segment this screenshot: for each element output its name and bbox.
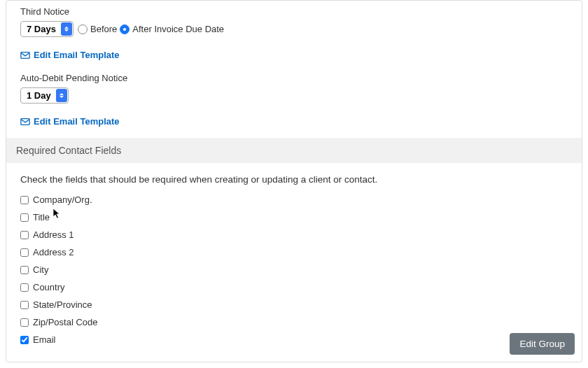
svg-rect-0: [21, 52, 29, 58]
contact-field-zip-label: Zip/Postal Code: [33, 317, 98, 327]
contact-field-city-checkbox[interactable]: [20, 266, 29, 274]
edit-autodebit-template-link[interactable]: Edit Email Template: [20, 111, 568, 134]
contact-field-address2-checkbox[interactable]: [20, 248, 29, 257]
edit-third-template-link[interactable]: Edit Email Template: [20, 44, 568, 67]
settings-panel: Third Notice 7 Days Before After Invoice…: [6, 0, 582, 362]
contact-field-company-checkbox[interactable]: [20, 196, 29, 204]
autodebit-notice-label: Auto-Debit Pending Notice: [20, 67, 568, 87]
third-notice-section: Third Notice 7 Days Before After Invoice…: [6, 1, 582, 67]
contact-field-address1-label: Address 1: [33, 229, 74, 240]
envelope-icon: [20, 51, 30, 59]
contact-field-city[interactable]: City: [20, 264, 568, 275]
third-notice-timing-group: Before After Invoice Due Date: [78, 24, 224, 34]
autodebit-days-select-wrapper: 1 Day: [20, 87, 69, 104]
third-notice-label: Third Notice: [20, 1, 568, 21]
contact-field-zip[interactable]: Zip/Postal Code: [20, 317, 568, 327]
contact-field-email[interactable]: Email: [20, 334, 568, 345]
envelope-icon: [20, 118, 30, 126]
autodebit-notice-controls: 1 Day: [20, 87, 568, 111]
contact-field-email-label: Email: [33, 334, 56, 345]
edit-third-template-text: Edit Email Template: [34, 50, 120, 60]
contact-field-zip-checkbox[interactable]: [20, 318, 29, 327]
contact-field-company-label: Company/Org.: [33, 194, 92, 205]
contact-field-address1-checkbox[interactable]: [20, 231, 29, 239]
third-notice-before-label[interactable]: Before: [90, 24, 117, 34]
edit-autodebit-template-text: Edit Email Template: [34, 116, 120, 127]
third-notice-controls: 7 Days Before After Invoice Due Date: [20, 21, 568, 44]
edit-group-button[interactable]: Edit Group: [510, 333, 575, 355]
contact-field-address1[interactable]: Address 1: [20, 229, 568, 240]
contact-field-title-label: Title: [33, 212, 50, 222]
required-contact-fields-description: Check the fields that should be required…: [6, 163, 582, 194]
third-notice-before-radio[interactable]: [78, 24, 88, 34]
contact-field-city-label: City: [33, 264, 48, 275]
contact-field-state-label: State/Province: [33, 299, 92, 310]
contact-field-title-checkbox[interactable]: [20, 213, 29, 222]
contact-field-company[interactable]: Company/Org.: [20, 194, 568, 205]
autodebit-notice-section: Auto-Debit Pending Notice 1 Day Edit Ema…: [6, 67, 582, 134]
autodebit-days-select[interactable]: 1 Day: [20, 87, 69, 104]
contact-field-country-label: Country: [33, 282, 65, 292]
third-notice-after-radio[interactable]: [120, 24, 130, 34]
contact-field-country[interactable]: Country: [20, 282, 568, 292]
contact-field-email-checkbox[interactable]: [20, 336, 29, 344]
contact-field-address2-label: Address 2: [33, 247, 74, 257]
contact-field-state[interactable]: State/Province: [20, 299, 568, 310]
third-notice-days-select-wrapper: 7 Days: [20, 21, 74, 37]
contact-field-country-checkbox[interactable]: [20, 283, 29, 292]
contact-fields-checkbox-list: Company/Org. Title Address 1 Address 2 C…: [6, 194, 582, 345]
third-notice-days-select[interactable]: 7 Days: [20, 21, 74, 37]
svg-rect-1: [21, 118, 29, 125]
contact-field-state-checkbox[interactable]: [20, 301, 29, 309]
contact-field-title[interactable]: Title: [20, 212, 568, 222]
contact-field-address2[interactable]: Address 2: [20, 247, 568, 257]
third-notice-after-label[interactable]: After Invoice Due Date: [132, 24, 224, 34]
required-contact-fields-header: Required Contact Fields: [6, 138, 582, 163]
